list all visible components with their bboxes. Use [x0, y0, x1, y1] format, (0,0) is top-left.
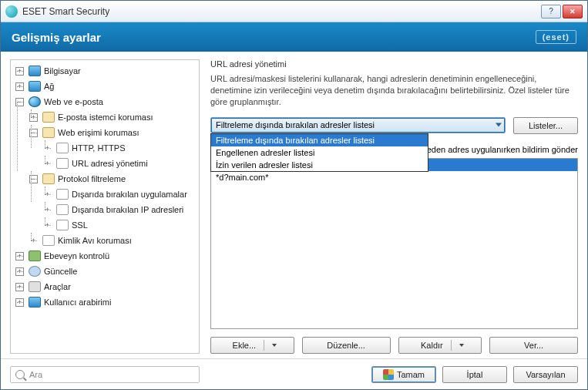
tree-label: SSL	[72, 220, 88, 230]
collapse-icon[interactable]	[15, 98, 24, 106]
notify-label: Listeden adres uygulanırken bildirim gön…	[414, 145, 578, 154]
tree-label: Güncelle	[44, 267, 77, 276]
footer: Ara Tamam İptal Varsayılan	[1, 358, 587, 389]
window-controls	[541, 5, 583, 18]
tree-label: Kimlik Avı koruması	[58, 236, 132, 245]
tools-icon	[29, 281, 41, 292]
tree-label: Araçlar	[44, 282, 71, 291]
ok-button[interactable]: Tamam	[371, 366, 436, 383]
tree-item-web[interactable]: Web ve e-posta	[26, 94, 197, 109]
expand-icon[interactable]	[15, 82, 24, 91]
shield-icon	[383, 369, 394, 380]
leaf-icon	[43, 160, 52, 168]
tree-item-ag[interactable]: Ağ	[26, 79, 197, 94]
brand-badge: (eset)	[536, 30, 576, 44]
monitor-icon	[29, 297, 41, 308]
tree-item-kullanici[interactable]: Kullanıcı arabirimi	[26, 294, 197, 310]
chevron-down-icon	[496, 123, 502, 127]
tree-label: Web erişimi koruması	[58, 128, 139, 137]
remove-button[interactable]: Kaldır	[398, 337, 482, 354]
tree-item-http[interactable]: HTTP, HTTPS	[54, 140, 197, 156]
folder-icon	[42, 127, 55, 138]
tree-item-bilgisayar[interactable]: Bilgisayar	[26, 63, 197, 79]
address-listbox[interactable]: *.tld* *d?main.com*	[210, 158, 578, 329]
folder-icon	[42, 173, 55, 184]
doc-icon	[56, 189, 69, 200]
leaf-icon	[43, 190, 52, 199]
monitor-icon	[29, 81, 41, 92]
lists-button[interactable]: Listeler...	[513, 117, 578, 134]
tree-label: E-posta istemci koruması	[58, 113, 153, 122]
expand-icon[interactable]	[15, 67, 24, 76]
settings-tree[interactable]: Bilgisayar Ağ Web ve e-posta E-posta ist…	[10, 59, 200, 354]
doc-icon	[56, 143, 69, 153]
leaf-icon	[43, 221, 52, 230]
app-icon	[5, 5, 18, 18]
tree-item-guncelle[interactable]: Güncelle	[26, 264, 197, 279]
tree-item-ssl[interactable]: SSL	[54, 217, 197, 233]
sub-header: Gelişmiş ayarlar (eset)	[1, 22, 587, 52]
monitor-icon	[29, 66, 41, 76]
tree-item-ebeveyn[interactable]: Ebeveyn kontrolü	[26, 248, 197, 264]
settings-panel: URL adresi yönetimi URL adresi/maskesi l…	[210, 59, 578, 354]
doc-icon	[56, 220, 69, 230]
content-area: Bilgisayar Ağ Web ve e-posta E-posta ist…	[1, 52, 587, 358]
app-window: ESET Smart Security Gelişmiş ayarlar (es…	[0, 0, 588, 390]
tree-label: URL adresi yönetimi	[72, 159, 148, 168]
sub-header-title: Gelişmiş ayarlar	[12, 31, 101, 44]
combo-option[interactable]: Engellenen adresler listesi	[211, 146, 428, 159]
folder-icon	[42, 112, 55, 123]
combo-option[interactable]: İzin verilen adresler listesi	[211, 159, 428, 171]
edit-button[interactable]: Düzenle...	[302, 337, 391, 354]
chevron-down-icon	[459, 344, 464, 347]
tree-label: Dışarıda bırakılan IP adresleri	[72, 205, 183, 214]
expand-icon[interactable]	[15, 252, 24, 261]
close-button[interactable]	[563, 5, 583, 18]
list-type-row: Filtreleme dışında bırakılan adresler li…	[210, 117, 578, 134]
list-item[interactable]: *d?main.com*	[211, 171, 577, 183]
help-button[interactable]	[541, 5, 561, 18]
expand-icon[interactable]	[29, 113, 38, 122]
leaf-icon	[43, 144, 52, 153]
tree-item-disarida-ip[interactable]: Dışarıda bırakılan IP adresleri	[54, 202, 197, 217]
window-title: ESET Smart Security	[22, 6, 541, 17]
expand-icon[interactable]	[15, 283, 24, 291]
tree-label: Dışarıda bırakılan uygulamalar	[72, 190, 187, 199]
collapse-icon[interactable]	[29, 175, 38, 183]
tree-label: Protokol filtreleme	[58, 174, 126, 183]
section-title: URL adresi yönetimi	[210, 59, 578, 69]
add-button[interactable]: Ekle...	[210, 337, 294, 354]
parent-icon	[29, 250, 41, 261]
update-icon	[29, 266, 41, 277]
tree-item-url[interactable]: URL adresi yönetimi	[54, 156, 197, 171]
cancel-button[interactable]: İptal	[442, 366, 507, 383]
combo-option[interactable]: Filtreleme dışında bırakılan adresler li…	[211, 134, 428, 146]
titlebar: ESET Smart Security	[1, 1, 587, 22]
button-label: Ekle...	[233, 341, 257, 350]
chevron-down-icon	[272, 344, 277, 347]
export-button[interactable]: Ver...	[489, 337, 578, 354]
tree-label: HTTP, HTTPS	[72, 143, 125, 153]
tree-label: Ağ	[44, 82, 54, 91]
tree-item-protokol[interactable]: Protokol filtreleme	[40, 171, 197, 187]
list-type-combo[interactable]: Filtreleme dışında bırakılan adresler li…	[210, 117, 506, 133]
tree-item-araclar[interactable]: Araçlar	[26, 279, 197, 294]
doc-icon	[42, 235, 55, 246]
search-placeholder: Ara	[29, 370, 42, 379]
button-label: Tamam	[397, 370, 425, 379]
combo-value: Filtreleme dışında bırakılan adresler li…	[216, 120, 375, 129]
doc-icon	[56, 158, 69, 169]
tree-item-weberisimi[interactable]: Web erişimi koruması	[40, 125, 197, 140]
section-description: URL adresi/maskesi listelerini kullanara…	[210, 73, 578, 108]
defaults-button[interactable]: Varsayılan	[513, 366, 578, 383]
tree-item-kimlik[interactable]: Kimlik Avı koruması	[40, 233, 197, 248]
list-type-dropdown[interactable]: Filtreleme dışında bırakılan adresler li…	[210, 133, 428, 172]
expand-icon[interactable]	[15, 298, 24, 307]
button-label: Kaldır	[421, 341, 443, 350]
expand-icon[interactable]	[15, 267, 24, 276]
collapse-icon[interactable]	[29, 129, 38, 137]
search-input[interactable]: Ara	[10, 366, 200, 383]
tree-item-disarida-uyg[interactable]: Dışarıda bırakılan uygulamalar	[54, 187, 197, 202]
tree-item-eposta[interactable]: E-posta istemci koruması	[40, 109, 197, 125]
list-action-row: Ekle... Düzenle... Kaldır Ver...	[210, 337, 578, 354]
